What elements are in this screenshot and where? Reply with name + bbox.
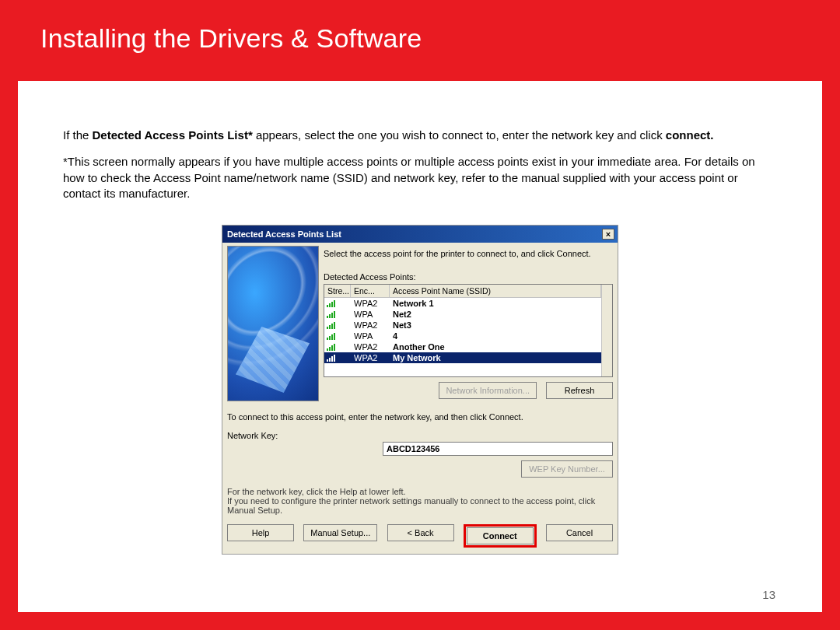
titlebar: Detected Access Points List × (222, 226, 618, 243)
signal-icon (327, 354, 335, 362)
col-ssid[interactable]: Access Point Name (SSID) (390, 285, 601, 297)
intro-p1-prefix: If the (63, 128, 93, 142)
row-encryption: WPA2 (351, 320, 390, 331)
page-number: 13 (762, 588, 775, 601)
col-strength[interactable]: Stre... (324, 285, 351, 297)
row-encryption: WPA (351, 331, 390, 341)
signal-icon (327, 310, 335, 318)
table-row[interactable]: WPA2Net3 (324, 320, 601, 331)
row-encryption: WPA (351, 309, 390, 320)
row-encryption: WPA2 (351, 352, 390, 363)
table-row[interactable]: WPANet2 (324, 309, 601, 320)
manual-setup-button[interactable]: Manual Setup... (303, 524, 377, 541)
close-icon[interactable]: × (602, 229, 614, 240)
table-row[interactable]: WPA2Network 1 (324, 298, 601, 309)
connect-button[interactable]: Connect (467, 527, 534, 544)
connect-highlight: Connect (464, 524, 537, 548)
back-button[interactable]: < Back (387, 524, 454, 541)
table-row[interactable]: WPA2Another One (324, 341, 601, 352)
dialog-title: Detected Access Points List (227, 229, 341, 239)
access-points-table[interactable]: Stre... Enc... Access Point Name (SSID) … (324, 284, 613, 377)
intro-p1-bold: Detected Access Points List* (93, 128, 253, 142)
network-key-label: Network Key: (227, 431, 383, 440)
signal-icon (327, 299, 335, 307)
signal-icon (327, 321, 335, 329)
dialog-side-image (227, 246, 319, 401)
content-area: If the Detected Access Points List* appe… (18, 81, 822, 612)
page-title: Installing the Drivers & Software (40, 23, 800, 54)
instruction-text: Select the access point for the printer … (324, 249, 613, 258)
header-bar: Installing the Drivers & Software (0, 0, 840, 81)
row-ssid: Another One (390, 341, 601, 352)
connect-instruction: To connect to this access point, enter t… (222, 412, 618, 422)
note-help: For the network key, click the Help at l… (227, 487, 613, 496)
help-button[interactable]: Help (227, 524, 294, 541)
network-key-input[interactable] (383, 442, 613, 456)
row-ssid: My Network (390, 352, 601, 363)
row-ssid: Net3 (390, 320, 601, 331)
table-row[interactable]: WPA4 (324, 331, 601, 341)
row-encryption: WPA2 (351, 298, 390, 309)
cancel-button[interactable]: Cancel (546, 524, 613, 541)
row-encryption: WPA2 (351, 341, 390, 352)
wep-key-button: WEP Key Number... (521, 460, 613, 478)
row-ssid: Network 1 (390, 298, 601, 309)
row-ssid: 4 (390, 331, 601, 341)
dialog-screenshot-wrap: Detected Access Points List × Select the… (63, 225, 777, 555)
col-encryption[interactable]: Enc... (351, 285, 390, 297)
row-ssid: Net2 (390, 309, 601, 320)
note-manual: If you need to configure the printer net… (227, 496, 613, 515)
table-row[interactable]: WPA2My Network (324, 352, 601, 363)
refresh-button[interactable]: Refresh (546, 382, 613, 399)
intro-text: If the Detected Access Points List* appe… (63, 128, 777, 201)
intro-p1-mid: appears, select the one you wish to conn… (253, 128, 666, 142)
detected-label: Detected Access Points: (324, 272, 613, 282)
network-info-button: Network Information... (439, 382, 537, 399)
intro-p2: *This screen normally appears if you hav… (63, 154, 777, 201)
table-scrollbar[interactable] (601, 285, 612, 376)
intro-p1-bold2: connect. (666, 128, 714, 142)
signal-icon (327, 343, 335, 351)
table-header: Stre... Enc... Access Point Name (SSID) (324, 285, 601, 298)
access-points-dialog: Detected Access Points List × Select the… (222, 225, 618, 555)
signal-icon (327, 332, 335, 340)
